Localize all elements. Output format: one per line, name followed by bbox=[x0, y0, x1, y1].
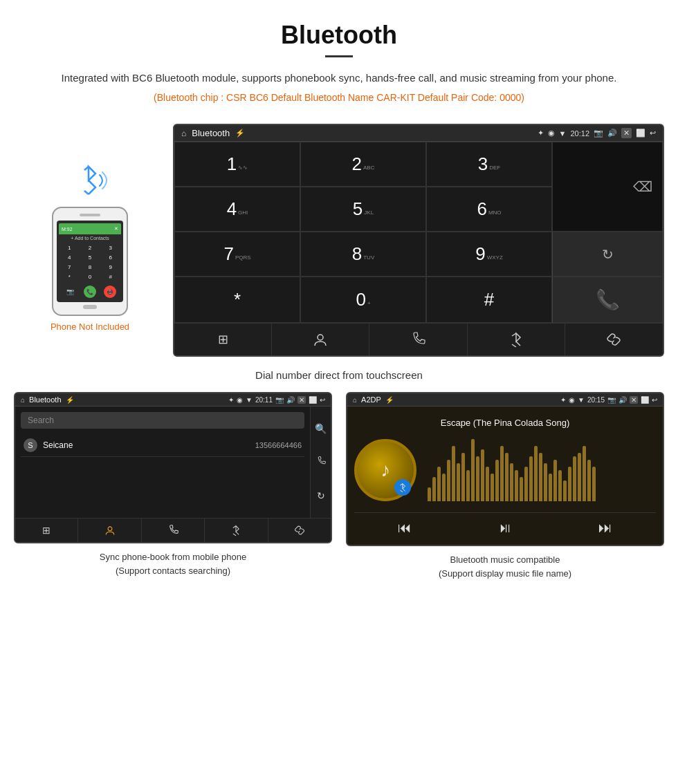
dial-key-4[interactable]: 4GHI bbox=[174, 187, 300, 232]
music-statusbar: ⌂ A2DP ⚡ ✦ ◉ ▼ 20:15 📷 🔊 ✕ ⬜ ↩ bbox=[347, 393, 663, 407]
music-song-title: Escape (The Pina Colada Song) bbox=[441, 418, 569, 428]
music-volume-icon[interactable]: 🔊 bbox=[619, 396, 627, 404]
music-home-icon[interactable]: ⌂ bbox=[353, 396, 357, 404]
music-statusbar-left: ⌂ A2DP ⚡ bbox=[353, 395, 394, 404]
phone-end-btn[interactable]: 📵 bbox=[104, 286, 116, 298]
pb-link-btn[interactable] bbox=[268, 519, 331, 542]
dial-key-2[interactable]: 2ABC bbox=[300, 142, 426, 187]
pb-home-icon[interactable]: ⌂ bbox=[21, 396, 25, 404]
search-placeholder: Search bbox=[28, 416, 54, 425]
time-display: 20:12 bbox=[570, 129, 589, 138]
music-camera-icon[interactable]: 📷 bbox=[607, 396, 616, 404]
dial-key-8[interactable]: 8TUV bbox=[300, 232, 426, 277]
spectrum-bar bbox=[481, 449, 484, 501]
phonebook-main: Search S Seicane 13566664466 bbox=[15, 407, 310, 518]
home-icon[interactable]: ⌂ bbox=[181, 129, 186, 138]
phone-key-hash: # bbox=[100, 272, 120, 281]
music-back-icon[interactable]: ↩ bbox=[652, 396, 657, 404]
dial-statusbar: ⌂ Bluetooth ⚡ ✦ ◉ ▼ 20:12 📷 🔊 ✕ ⬜ ↩ bbox=[174, 125, 663, 142]
pb-bt-icon: ✦ bbox=[228, 396, 234, 404]
phone-keypad: 1 2 3 4 5 6 7 8 9 * 0 # bbox=[59, 242, 121, 283]
contact-entry-seicane[interactable]: S Seicane 13566664466 bbox=[21, 434, 304, 457]
spectrum-bar bbox=[583, 446, 586, 501]
bluetooth-waves-icon bbox=[69, 158, 111, 200]
music-location-icon: ◉ bbox=[569, 396, 575, 404]
dial-key-0[interactable]: 0+ bbox=[300, 277, 426, 323]
dialpad-icon-btn[interactable]: ⊞ bbox=[174, 324, 272, 355]
spectrum-bar bbox=[452, 446, 455, 501]
spectrum-bar bbox=[442, 474, 446, 501]
close-icon[interactable]: ✕ bbox=[621, 128, 632, 138]
music-content: Escape (The Pina Colada Song) ♪ bbox=[347, 407, 663, 545]
phone-bottom-bar: 📷 📞 📵 bbox=[59, 283, 121, 299]
pb-dialpad-btn[interactable]: ⊞ bbox=[15, 519, 78, 542]
spectrum-bar bbox=[505, 453, 508, 501]
phonebook-side-icons: 🔍 ↻ bbox=[310, 407, 331, 518]
phone-key-1: 1 bbox=[59, 243, 80, 252]
spectrum-bar bbox=[486, 467, 489, 501]
dial-call-button[interactable]: 📞 bbox=[552, 277, 663, 323]
spectrum-bar bbox=[558, 470, 562, 501]
search-side-icon[interactable]: 🔍 bbox=[315, 423, 327, 434]
pb-phone-btn[interactable] bbox=[142, 519, 205, 542]
contact-list-empty bbox=[21, 457, 304, 512]
contact-number: 13566664466 bbox=[255, 441, 302, 449]
pb-close-icon[interactable]: ✕ bbox=[297, 396, 306, 404]
pb-window-icon[interactable]: ⬜ bbox=[309, 396, 317, 404]
contacts-icon-btn[interactable] bbox=[272, 324, 369, 355]
music-window-icon[interactable]: ⬜ bbox=[641, 396, 649, 404]
pb-volume-icon[interactable]: 🔊 bbox=[286, 396, 295, 404]
spectrum-bar bbox=[592, 467, 596, 501]
dial-key-6[interactable]: 6MNO bbox=[426, 187, 552, 232]
play-pause-button[interactable]: ⏯ bbox=[498, 520, 512, 536]
phonebook-search-bar[interactable]: Search bbox=[21, 412, 304, 429]
dial-key-9[interactable]: 9WXYZ bbox=[426, 232, 552, 277]
dial-key-7[interactable]: 7PQRS bbox=[174, 232, 300, 277]
camera-icon[interactable]: 📷 bbox=[594, 129, 603, 138]
repeat-icon: ↻ bbox=[602, 246, 614, 263]
spectrum-bar bbox=[549, 474, 552, 501]
phonebook-mini-screen: ⌂ Bluetooth ⚡ ✦ ◉ ▼ 20:11 📷 🔊 ✕ ⬜ ↩ bbox=[14, 392, 332, 543]
pb-location-icon: ◉ bbox=[237, 396, 243, 404]
dial-key-3[interactable]: 3DEF bbox=[426, 142, 552, 187]
spectrum-bar bbox=[476, 456, 479, 501]
music-mini-screen: ⌂ A2DP ⚡ ✦ ◉ ▼ 20:15 📷 🔊 ✕ ⬜ ↩ bbox=[346, 392, 664, 546]
phone-side-icon[interactable] bbox=[316, 456, 326, 468]
music-album-area: ♪ bbox=[354, 439, 656, 501]
pb-camera-icon[interactable]: 📷 bbox=[275, 396, 284, 404]
phone-key-7: 7 bbox=[59, 263, 80, 272]
dial-key-1[interactable]: 1∿∿ bbox=[174, 142, 300, 187]
music-note-icon: ♪ bbox=[381, 459, 390, 481]
spectrum-bar bbox=[510, 463, 513, 501]
pb-back-icon[interactable]: ↩ bbox=[320, 396, 325, 404]
pb-bt-btn[interactable] bbox=[205, 519, 268, 542]
phone-icon-btn[interactable] bbox=[369, 324, 467, 355]
pb-contacts-btn[interactable] bbox=[78, 519, 141, 542]
pb-statusbar-right: ✦ ◉ ▼ 20:11 📷 🔊 ✕ ⬜ ↩ bbox=[228, 396, 325, 404]
bluetooth-icon-btn[interactable] bbox=[468, 324, 565, 355]
refresh-side-icon[interactable]: ↻ bbox=[317, 490, 325, 501]
link-icon-btn[interactable] bbox=[565, 324, 663, 355]
phone-call-btn[interactable]: 📞 bbox=[84, 286, 96, 298]
spectrum-bar bbox=[529, 456, 533, 501]
dial-key-hash[interactable]: # bbox=[426, 277, 552, 323]
top-section: M:92 ✕ + Add to Contacts 1 2 3 4 5 6 7 8… bbox=[14, 124, 664, 357]
backspace-button[interactable]: ⌫ bbox=[633, 178, 652, 195]
window-icon[interactable]: ⬜ bbox=[636, 129, 645, 138]
back-icon[interactable]: ↩ bbox=[650, 129, 656, 138]
pb-app-name: Bluetooth bbox=[29, 395, 61, 404]
spectrum-bar bbox=[553, 460, 557, 501]
dial-key-5[interactable]: 5JKL bbox=[300, 187, 426, 232]
pb-time: 20:11 bbox=[255, 396, 273, 404]
statusbar-left: ⌂ Bluetooth ⚡ bbox=[181, 128, 245, 138]
dial-repeat-button[interactable]: ↻ bbox=[552, 232, 663, 277]
next-button[interactable]: ⏭ bbox=[598, 520, 612, 536]
page-title: Bluetooth bbox=[42, 21, 636, 50]
music-close-icon[interactable]: ✕ bbox=[630, 396, 638, 404]
prev-button[interactable]: ⏮ bbox=[398, 520, 412, 536]
dial-key-star[interactable]: * bbox=[174, 277, 300, 323]
phone-key-3: 3 bbox=[100, 243, 120, 252]
volume-icon[interactable]: 🔊 bbox=[607, 129, 617, 138]
phone-key-star: * bbox=[59, 272, 80, 281]
phone-key-2: 2 bbox=[80, 243, 100, 252]
